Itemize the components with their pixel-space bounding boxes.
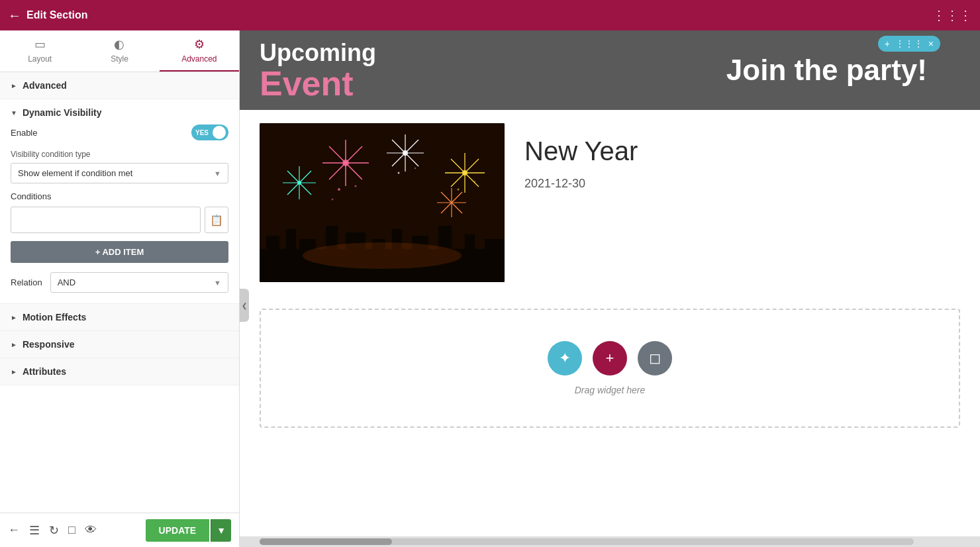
relation-dropdown[interactable]: AND ▼ — [50, 272, 228, 293]
floating-close-button[interactable]: × — [928, 38, 934, 49]
advanced-section-row[interactable]: ► Advanced — [0, 72, 239, 99]
style-icon: ◐ — [114, 37, 124, 52]
motion-effects-label: Motion Effects — [23, 312, 86, 323]
responsive-section-row[interactable]: ► Responsive — [0, 331, 239, 358]
svg-point-63 — [474, 181, 475, 182]
dynamic-visibility-header[interactable]: ▼ Dynamic Visibility — [11, 99, 228, 124]
toggle-yes-text: YES — [194, 129, 210, 136]
hero-upcoming-text: Upcoming — [260, 40, 376, 66]
fireworks-image — [260, 123, 505, 282]
attributes-section-row[interactable]: ► Attributes — [0, 358, 239, 385]
advanced-section-label: Advanced — [23, 80, 67, 91]
svg-point-30 — [403, 150, 408, 156]
floating-grid-button[interactable]: ⋮⋮⋮ — [895, 38, 923, 49]
relation-value: AND — [58, 277, 75, 287]
svg-point-60 — [398, 172, 400, 174]
svg-point-48 — [297, 181, 301, 185]
floating-plus-button[interactable]: + — [885, 38, 890, 49]
tab-advanced-label: Advanced — [181, 54, 217, 64]
svg-point-64 — [303, 242, 462, 269]
conditions-field: Conditions 📋 — [11, 191, 228, 233]
relation-row: Relation AND ▼ — [11, 272, 228, 293]
attributes-label: Attributes — [23, 366, 66, 377]
canvas-wrapper: ❮ + ⋮⋮⋮ × Upcoming Event Join the party! — [240, 30, 980, 547]
tab-layout-label: Layout — [28, 54, 52, 64]
enable-label: Enable — [11, 128, 37, 138]
cursor-icon: ✦ — [559, 350, 571, 367]
motion-arrow-icon: ► — [11, 314, 17, 321]
tabs: ▭ Layout ◐ Style ⚙ Advanced — [0, 30, 239, 72]
svg-point-39 — [462, 170, 467, 175]
copy-icon: 📋 — [210, 214, 223, 226]
svg-point-21 — [342, 160, 349, 166]
hero-text-right: Join the party! — [726, 54, 927, 87]
toggle-circle — [213, 126, 226, 139]
svg-rect-10 — [438, 226, 452, 249]
canvas-content: New Year 2021-12-30 — [240, 110, 980, 295]
relation-label: Relation — [11, 277, 42, 287]
svg-rect-11 — [465, 234, 475, 249]
history-icon[interactable]: ↻ — [49, 523, 59, 538]
drag-cursor-button[interactable]: ✦ — [548, 341, 582, 375]
relation-dropdown-arrow-icon: ▼ — [214, 279, 221, 287]
event-date: 2021-12-30 — [524, 177, 638, 191]
hero-join-text: Join the party! — [726, 54, 927, 87]
responsive-arrow-icon: ► — [11, 341, 17, 348]
floating-toolbar: + ⋮⋮⋮ × — [878, 36, 940, 52]
advanced-arrow-icon: ► — [11, 82, 17, 89]
hero-event-text: Event — [260, 66, 376, 101]
sidebar: ▭ Layout ◐ Style ⚙ Advanced ► Advanced — [0, 30, 240, 547]
scrollbar-thumb[interactable] — [260, 538, 392, 545]
tab-style-label: Style — [111, 54, 128, 64]
back-icon[interactable]: ← — [8, 8, 21, 23]
svg-rect-4 — [299, 239, 316, 249]
top-bar: ← Edit Section ⋮⋮⋮ — [0, 0, 980, 30]
canvas-scrollbar[interactable] — [240, 536, 980, 547]
panel-title: Edit Section — [26, 9, 87, 21]
add-item-label: + ADD ITEM — [95, 247, 144, 257]
visibility-condition-field: Visibility condition type Show element i… — [11, 150, 228, 183]
drag-add-button[interactable]: + — [593, 341, 627, 375]
update-arrow-button[interactable]: ▼ — [211, 519, 231, 542]
drag-buttons: ✦ + ◻ — [548, 341, 672, 375]
visibility-condition-dropdown[interactable]: Show element if condition met ▼ — [11, 163, 228, 183]
event-info: New Year 2021-12-30 — [524, 123, 638, 282]
tab-style[interactable]: ◐ Style — [79, 30, 159, 72]
advanced-icon: ⚙ — [194, 37, 205, 52]
layout-icon: ▭ — [34, 37, 46, 52]
svg-rect-2 — [266, 236, 279, 249]
enable-toggle[interactable]: YES — [191, 124, 228, 140]
dynamic-visibility-section: ▼ Dynamic Visibility Enable YES Visibili… — [0, 99, 239, 304]
enable-toggle-row: Enable YES — [11, 124, 228, 140]
eye-icon[interactable]: 👁 — [85, 523, 97, 537]
preview-icon[interactable]: □ — [68, 523, 75, 537]
conditions-input[interactable] — [11, 207, 201, 233]
svg-rect-3 — [286, 229, 296, 249]
tab-advanced[interactable]: ⚙ Advanced — [160, 30, 239, 72]
attributes-arrow-icon: ► — [11, 368, 17, 375]
visibility-condition-value: Show element if condition met — [18, 168, 132, 178]
svg-point-62 — [458, 189, 460, 191]
grid-icon[interactable]: ⋮⋮⋮ — [932, 7, 972, 23]
conditions-copy-button[interactable]: 📋 — [205, 207, 228, 233]
toolbar-right-buttons: UPDATE ▼ — [146, 519, 231, 542]
update-button[interactable]: UPDATE — [146, 519, 210, 542]
responsive-label: Responsive — [23, 339, 75, 350]
svg-point-61 — [415, 168, 416, 169]
sidebar-content: ► Advanced ▼ Dynamic Visibility Enable Y… — [0, 72, 239, 513]
event-title: New Year — [524, 136, 638, 166]
drag-zone: ✦ + ◻ Drag widget here — [260, 309, 960, 428]
tab-layout[interactable]: ▭ Layout — [0, 30, 79, 72]
svg-point-57 — [338, 188, 340, 191]
layers-icon[interactable]: ☰ — [29, 523, 40, 538]
toolbar-left-icons: ← ☰ ↻ □ 👁 — [8, 523, 97, 538]
visibility-condition-label: Visibility condition type — [11, 150, 228, 159]
update-dropdown-arrow-icon: ▼ — [217, 525, 226, 536]
canvas-hero: + ⋮⋮⋮ × Upcoming Event Join the party! — [240, 30, 980, 110]
add-item-button[interactable]: + ADD ITEM — [11, 241, 228, 263]
collapse-handle[interactable]: ❮ — [240, 289, 249, 322]
drag-folder-button[interactable]: ◻ — [638, 341, 672, 375]
prev-icon[interactable]: ← — [8, 523, 20, 537]
motion-effects-section-row[interactable]: ► Motion Effects — [0, 304, 239, 331]
conditions-input-row: 📋 — [11, 207, 228, 233]
